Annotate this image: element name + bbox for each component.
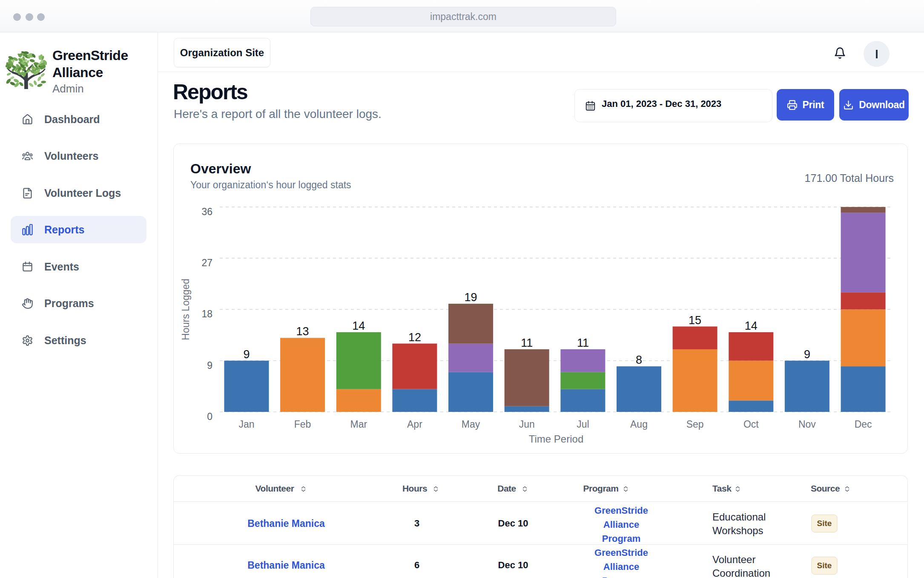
svg-text:9: 9: [243, 348, 250, 361]
svg-text:Hours Logged: Hours Logged: [180, 279, 191, 340]
svg-text:Feb: Feb: [294, 419, 311, 430]
svg-text:Oct: Oct: [743, 419, 759, 430]
svg-text:Jul: Jul: [577, 419, 589, 430]
svg-text:May: May: [462, 419, 480, 430]
svg-text:Dec: Dec: [855, 419, 872, 430]
svg-text:Apr: Apr: [407, 419, 422, 430]
svg-text:Nov: Nov: [798, 419, 816, 430]
svg-text:19: 19: [465, 291, 477, 304]
svg-text:27: 27: [201, 257, 212, 268]
svg-text:0: 0: [207, 411, 212, 422]
svg-text:14: 14: [352, 319, 365, 332]
svg-text:Sep: Sep: [686, 419, 704, 430]
svg-text:Jan: Jan: [238, 419, 254, 430]
svg-text:8: 8: [636, 354, 642, 366]
svg-text:11: 11: [577, 336, 589, 349]
svg-text:9: 9: [207, 360, 212, 371]
svg-text:15: 15: [689, 314, 701, 327]
svg-text:Time Period: Time Period: [529, 433, 583, 445]
svg-text:12: 12: [408, 331, 421, 344]
svg-text:Mar: Mar: [350, 419, 367, 430]
svg-text:14: 14: [745, 319, 758, 332]
svg-text:9: 9: [804, 348, 810, 361]
svg-text:36: 36: [201, 206, 212, 217]
svg-text:11: 11: [521, 336, 533, 349]
svg-text:13: 13: [296, 325, 309, 338]
svg-text:18: 18: [201, 308, 212, 319]
svg-text:Aug: Aug: [630, 419, 648, 430]
svg-text:Jun: Jun: [519, 419, 535, 430]
